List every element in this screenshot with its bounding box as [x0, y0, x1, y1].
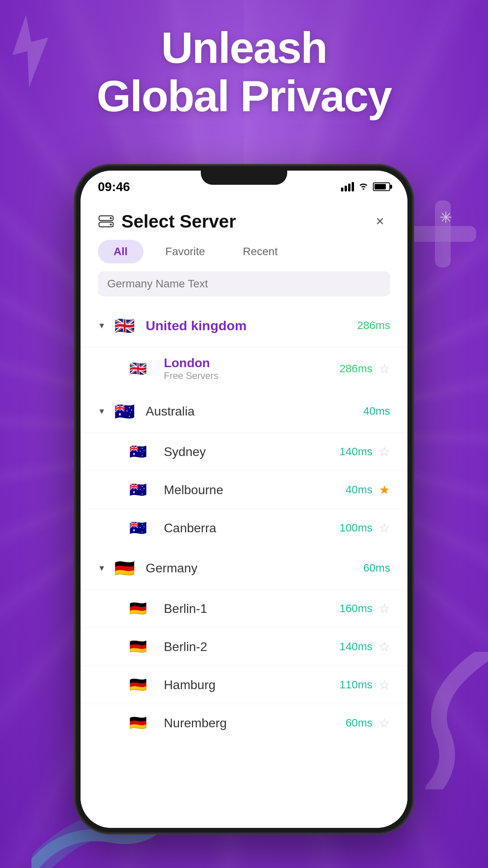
signal-icon — [341, 182, 354, 191]
city-row-hamburg[interactable]: 🇩🇪 Hamburg 110ms ☆ — [81, 666, 407, 704]
country-row-uk[interactable]: ▼ 🇬🇧 United kingdom 286ms — [81, 304, 407, 347]
city-row-nuremberg[interactable]: 🇩🇪 Nuremberg 60ms ☆ — [81, 704, 407, 742]
svg-point-3 — [110, 217, 112, 219]
flag-nuremberg: 🇩🇪 — [128, 713, 148, 733]
flag-canberra: 🇦🇺 — [128, 518, 148, 538]
city-row-canberra[interactable]: 🇦🇺 Canberra 100ms ☆ — [81, 509, 407, 547]
city-name-nuremberg: Nuremberg — [164, 716, 346, 730]
latency-berlin1: 160ms — [339, 602, 372, 615]
search-input[interactable] — [98, 271, 390, 296]
city-name-canberra: Canberra — [164, 521, 339, 535]
flag-au: 🇦🇺 — [112, 399, 137, 424]
city-row-berlin1[interactable]: 🇩🇪 Berlin-1 160ms ☆ — [81, 589, 407, 627]
server-list: ▼ 🇬🇧 United kingdom 286ms 🇬🇧 London Free… — [81, 300, 407, 746]
close-button[interactable]: × — [370, 211, 390, 232]
star-london[interactable]: ☆ — [379, 361, 390, 376]
city-info-hamburg: Hamburg — [164, 678, 339, 692]
city-info-canberra: Canberra — [164, 521, 339, 535]
headline-line2: Global Privacy — [97, 72, 391, 121]
city-row-berlin2[interactable]: 🇩🇪 Berlin-2 140ms ☆ — [81, 627, 407, 666]
tab-recent[interactable]: Recent — [227, 240, 294, 263]
city-name-berlin1: Berlin-1 — [164, 601, 339, 616]
tab-bar: All Favorite Recent — [81, 240, 407, 263]
flag-berlin1: 🇩🇪 — [128, 598, 148, 619]
app-content: Select Server × All Favorite Recent ▼ — [81, 199, 407, 828]
headline-line1: Unleash — [161, 23, 327, 72]
city-info-sydney: Sydney — [164, 445, 339, 459]
latency-sydney: 140ms — [339, 445, 372, 458]
city-info-melbourne: Melbourne — [164, 483, 346, 497]
status-time: 09:46 — [98, 180, 130, 194]
star-berlin1[interactable]: ☆ — [379, 601, 390, 616]
notch — [201, 171, 287, 185]
plus-decoration — [405, 197, 480, 271]
latency-melbourne: 40ms — [346, 484, 372, 496]
latency-berlin2: 140ms — [339, 640, 372, 653]
latency-hamburg: 110ms — [339, 679, 372, 691]
country-name-uk: United kingdom — [146, 318, 357, 333]
country-name-au: Australia — [146, 404, 195, 419]
city-name-melbourne: Melbourne — [164, 483, 346, 497]
phone-frame: 09:46 — [75, 165, 413, 833]
city-name-berlin2: Berlin-2 — [164, 640, 339, 654]
flag-uk: 🇬🇧 — [112, 313, 137, 338]
city-info-london: London Free Servers — [164, 356, 339, 381]
background: ✳ Unleash Global Privacy 09:46 — [0, 0, 488, 868]
star-melbourne[interactable]: ★ — [379, 482, 390, 497]
headline: Unleash Global Privacy — [0, 24, 488, 120]
city-sub-london: Free Servers — [164, 370, 339, 381]
latency-nuremberg: 60ms — [346, 717, 372, 729]
city-info-berlin2: Berlin-2 — [164, 640, 339, 654]
flag-sydney: 🇦🇺 — [128, 441, 148, 462]
latency-de: 60ms — [363, 562, 390, 574]
tab-all[interactable]: All — [98, 240, 143, 263]
city-name-sydney: Sydney — [164, 445, 339, 459]
star-berlin2[interactable]: ☆ — [379, 639, 390, 654]
latency-au: 40ms — [363, 405, 390, 417]
latency-uk: 286ms — [357, 319, 390, 332]
server-icon — [98, 213, 114, 230]
star-sydney[interactable]: ☆ — [379, 444, 390, 459]
city-info-berlin1: Berlin-1 — [164, 601, 339, 616]
wifi-icon — [358, 181, 369, 192]
chevron-down-icon-de: ▼ — [98, 564, 106, 573]
latency-london: 286ms — [339, 362, 372, 375]
city-info-nuremberg: Nuremberg — [164, 716, 346, 730]
flag-hamburg: 🇩🇪 — [128, 675, 148, 695]
city-row-melbourne[interactable]: 🇦🇺 Melbourne 40ms ★ — [81, 471, 407, 509]
svg-point-5 — [110, 224, 112, 226]
flag-de: 🇩🇪 — [112, 555, 137, 581]
country-row-au[interactable]: ▼ 🇦🇺 Australia 40ms — [81, 390, 407, 432]
city-name-london: London — [164, 356, 339, 370]
app-header: Select Server × — [81, 199, 407, 240]
star-nuremberg[interactable]: ☆ — [379, 715, 390, 730]
chevron-down-icon-au: ▼ — [98, 407, 106, 416]
curve-decoration — [409, 652, 488, 789]
status-icons — [341, 181, 390, 192]
chevron-down-icon: ▼ — [98, 321, 106, 330]
latency-canberra: 100ms — [339, 522, 372, 534]
star-canberra[interactable]: ☆ — [379, 520, 390, 535]
country-row-de[interactable]: ▼ 🇩🇪 Germany 60ms — [81, 547, 407, 589]
tab-favorite[interactable]: Favorite — [150, 240, 221, 263]
header-left: Select Server — [98, 211, 236, 232]
battery-icon — [373, 182, 390, 191]
city-row-london[interactable]: 🇬🇧 London Free Servers 286ms ☆ — [81, 347, 407, 390]
country-name-de: Germany — [146, 561, 198, 576]
svg-rect-1 — [409, 226, 476, 242]
flag-london: 🇬🇧 — [128, 359, 148, 379]
city-name-hamburg: Hamburg — [164, 678, 339, 692]
sparkle-decoration: ✳ — [439, 208, 453, 226]
city-row-sydney[interactable]: 🇦🇺 Sydney 140ms ☆ — [81, 432, 407, 471]
star-hamburg[interactable]: ☆ — [379, 677, 390, 692]
flag-berlin2: 🇩🇪 — [128, 636, 148, 657]
phone-screen: 09:46 — [81, 171, 407, 828]
header-title: Select Server — [121, 211, 236, 232]
flag-melbourne: 🇦🇺 — [128, 480, 148, 500]
